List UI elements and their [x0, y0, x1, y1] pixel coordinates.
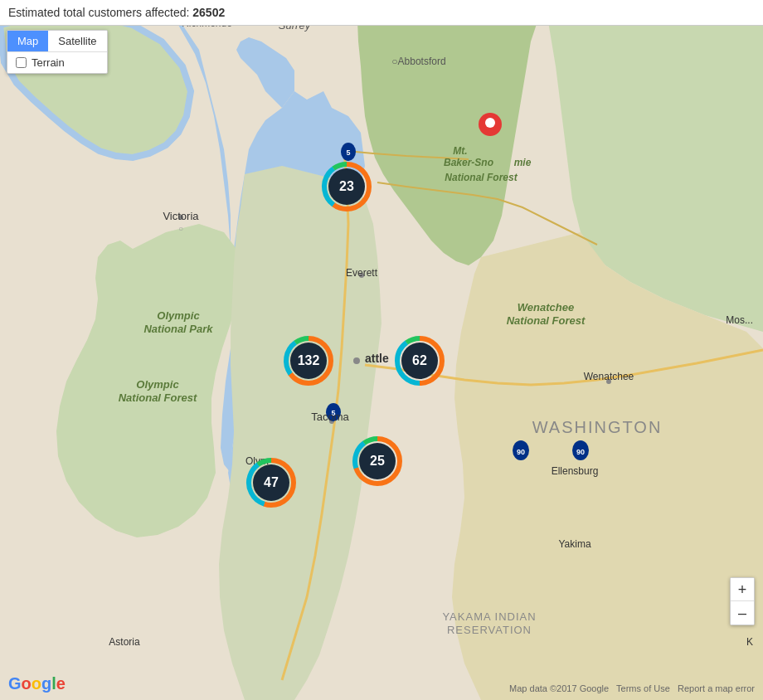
map-data-text: Map data ©2017 Google	[509, 683, 609, 693]
svg-text:RESERVATION: RESERVATION	[447, 624, 532, 636]
svg-text:mie: mie	[514, 157, 532, 168]
svg-text:Wenatchee: Wenatchee	[518, 301, 574, 314]
google-o2: o	[32, 674, 41, 693]
svg-text:attle: attle	[365, 352, 389, 365]
top-bar: Estimated total customers affected: 2650…	[0, 0, 763, 26]
svg-text:Yakima: Yakima	[558, 538, 590, 550]
svg-text:Mos...: Mos...	[726, 314, 753, 326]
terrain-control: Terrain	[7, 52, 107, 73]
svg-text:5: 5	[346, 148, 350, 157]
zoom-controls: + –	[730, 577, 755, 625]
map-attribution: Map data ©2017 Google Terms of Use Repor…	[509, 683, 755, 693]
svg-text:National Forest: National Forest	[119, 391, 197, 404]
google-logo: Google	[8, 674, 66, 693]
svg-text:90: 90	[517, 448, 525, 456]
pin-marker[interactable]	[477, 111, 503, 148]
estimated-customers-count: 26502	[192, 6, 225, 19]
cluster-label-c4: 25	[359, 443, 396, 479]
google-g1: G	[8, 674, 22, 693]
svg-text:National Park: National Park	[143, 323, 213, 335]
svg-text:Olympic: Olympic	[136, 378, 179, 391]
svg-text:Tacoma: Tacoma	[311, 411, 349, 423]
svg-point-1	[353, 357, 360, 364]
cluster-c3[interactable]: 62	[393, 334, 446, 387]
google-g2: g	[41, 674, 51, 693]
terrain-label[interactable]: Terrain	[32, 56, 65, 69]
svg-text:Olympic: Olympic	[157, 309, 200, 322]
cluster-label-c2: 132	[290, 343, 327, 379]
svg-text:WASHINGTON: WASHINGTON	[532, 418, 663, 436]
google-o1: o	[22, 674, 32, 693]
terrain-checkbox[interactable]	[16, 57, 27, 68]
cluster-label-c5: 47	[253, 464, 289, 501]
google-e: e	[56, 674, 66, 693]
zoom-out-button[interactable]: –	[731, 601, 754, 625]
svg-text:Baker-Sno: Baker-Sno	[444, 157, 493, 168]
svg-text:Wenatchee: Wenatchee	[584, 371, 634, 382]
report-map-error-link[interactable]: Report a map error	[678, 683, 755, 693]
cluster-label-c3: 62	[401, 343, 438, 379]
estimated-customers-label: Estimated total customers affected:	[8, 6, 189, 19]
svg-text:Victoria: Victoria	[163, 210, 199, 222]
cluster-c5[interactable]: 47	[245, 456, 298, 509]
map-type-buttons: Map Satellite	[7, 31, 107, 52]
map-controls: Map Satellite Terrain	[7, 30, 108, 74]
cluster-c4[interactable]: 25	[351, 435, 404, 488]
svg-text:Mt.: Mt.	[453, 145, 467, 157]
svg-text:YAKAMA INDIAN: YAKAMA INDIAN	[442, 610, 536, 623]
cluster-label-c1: 23	[328, 168, 365, 205]
satellite-button[interactable]: Satellite	[48, 31, 106, 51]
svg-text:Ellensburg: Ellensburg	[552, 465, 599, 477]
svg-text:National Forest: National Forest	[445, 172, 518, 183]
svg-text:K: K	[746, 636, 753, 648]
zoom-in-button[interactable]: +	[731, 578, 754, 601]
svg-text:○Abbotsford: ○Abbotsford	[391, 56, 445, 67]
cluster-c2[interactable]: 132	[282, 334, 335, 387]
svg-text:National Forest: National Forest	[507, 314, 586, 327]
terms-of-use-link[interactable]: Terms of Use	[616, 683, 670, 693]
map-container: 7 3 5 5 90 90 Nanaimo Richmondo Surrey ○…	[0, 0, 763, 700]
map-background: 7 3 5 5 90 90 Nanaimo Richmondo Surrey ○…	[0, 0, 763, 700]
svg-text:○: ○	[178, 224, 183, 233]
svg-text:Everett: Everett	[346, 267, 378, 279]
cluster-c1[interactable]: 23	[320, 160, 373, 213]
svg-point-65	[485, 118, 495, 128]
map-button[interactable]: Map	[7, 31, 48, 51]
svg-text:90: 90	[576, 448, 585, 456]
svg-text:Astoria: Astoria	[109, 636, 140, 648]
